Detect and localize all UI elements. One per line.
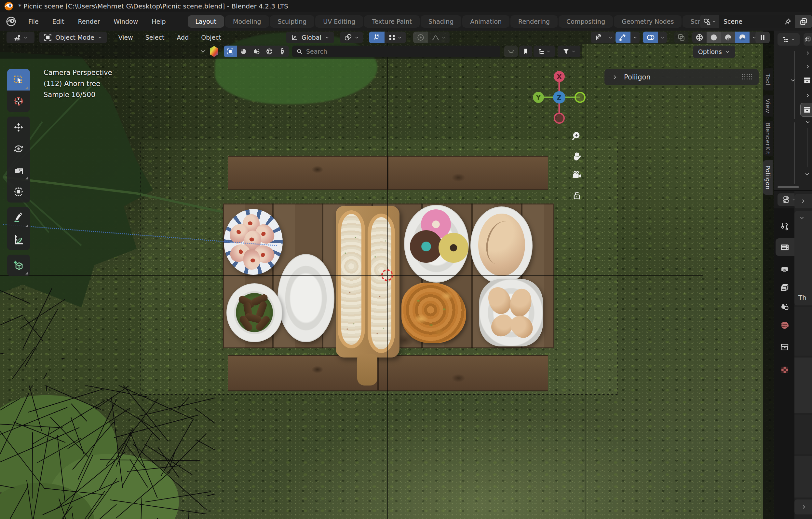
pivot-point-selector[interactable] bbox=[340, 32, 363, 43]
shading-material-button[interactable] bbox=[721, 32, 735, 43]
show-object-types-button[interactable] bbox=[591, 32, 606, 43]
sidebar-tab-blenderkit[interactable]: BlenderKit bbox=[763, 121, 773, 156]
workspace-tab-shading[interactable]: Shading bbox=[420, 15, 461, 28]
workspace-tab-texture-paint[interactable]: Texture Paint bbox=[364, 15, 420, 28]
panel-block[interactable] bbox=[794, 456, 812, 497]
menu-file[interactable]: File bbox=[22, 16, 46, 27]
asset-type-hdr-button[interactable] bbox=[263, 46, 276, 57]
search-input[interactable] bbox=[306, 48, 496, 55]
menu-add[interactable]: Add bbox=[171, 34, 195, 41]
tool-transform[interactable] bbox=[7, 181, 30, 202]
menu-render[interactable]: Render bbox=[71, 16, 107, 27]
proportional-falloff[interactable] bbox=[428, 32, 450, 43]
collection-icon[interactable] bbox=[802, 76, 812, 85]
sidebar-tab-view[interactable]: View bbox=[763, 95, 773, 116]
tool-annotate[interactable] bbox=[7, 207, 30, 228]
snap-settings[interactable] bbox=[384, 32, 406, 43]
outliner-expand-icon[interactable] bbox=[805, 50, 811, 56]
pause-render-button[interactable] bbox=[755, 32, 770, 43]
sidebar-tab-poliigon[interactable]: Poliigon bbox=[763, 160, 773, 195]
filter-button[interactable] bbox=[558, 46, 580, 57]
shading-solid-button[interactable] bbox=[706, 32, 721, 43]
workspace-tab-modeling[interactable]: Modeling bbox=[225, 15, 269, 28]
menu-object[interactable]: Object bbox=[195, 34, 227, 41]
xray-toggle[interactable] bbox=[674, 32, 688, 43]
scene-browse-button[interactable] bbox=[700, 15, 719, 28]
scene-pin-button[interactable] bbox=[781, 15, 795, 28]
workspace-tab-rendering[interactable]: Rendering bbox=[511, 15, 558, 28]
panel-drag-handle[interactable] bbox=[742, 74, 753, 81]
navigation-gizmo[interactable]: X Y Z bbox=[530, 69, 588, 126]
display-mode-button[interactable] bbox=[533, 46, 555, 57]
tool-scale[interactable] bbox=[7, 160, 30, 181]
properties-tab-collection[interactable] bbox=[779, 341, 790, 353]
lock-view-button[interactable] bbox=[570, 189, 583, 202]
asset-type-scene-button[interactable] bbox=[250, 46, 263, 57]
workspace-tab-animation[interactable]: Animation bbox=[462, 15, 510, 28]
tool-rotate[interactable] bbox=[7, 138, 30, 160]
asset-bar-collapse-icon[interactable] bbox=[200, 48, 206, 55]
bookmarks-button[interactable] bbox=[519, 46, 532, 57]
gizmos-dropdown[interactable] bbox=[631, 32, 640, 43]
outliner-scrollbar[interactable] bbox=[778, 186, 799, 188]
zoom-view-button[interactable] bbox=[570, 130, 583, 143]
workspace-tab-compositing[interactable]: Compositing bbox=[558, 15, 613, 28]
gizmos-toggle[interactable] bbox=[615, 32, 631, 43]
asset-type-model-button[interactable] bbox=[224, 46, 237, 57]
new-scene-button[interactable] bbox=[795, 15, 812, 28]
asset-type-brush-button[interactable] bbox=[276, 46, 289, 57]
panel-block[interactable]: Th bbox=[794, 211, 812, 305]
outliner-collapse-icon[interactable] bbox=[790, 78, 796, 83]
pan-view-button[interactable] bbox=[570, 150, 583, 163]
tool-cursor[interactable] bbox=[7, 90, 30, 112]
gizmo-axis-x-neg[interactable] bbox=[554, 113, 564, 123]
workspace-tab-sculpting[interactable]: Sculpting bbox=[270, 15, 315, 28]
outliner-collapse-icon[interactable] bbox=[804, 171, 810, 177]
tool-measure[interactable] bbox=[7, 228, 30, 250]
free-assets-toggle[interactable] bbox=[504, 46, 518, 57]
overlays-toggle[interactable] bbox=[643, 32, 658, 43]
viewport-3d[interactable]: Object Mode View Select Add Object Globa… bbox=[0, 31, 774, 519]
blenderkit-logo-icon[interactable] bbox=[209, 46, 219, 57]
outliner-expand-icon[interactable] bbox=[805, 64, 811, 70]
workspace-tab-uv-editing[interactable]: UV Editing bbox=[315, 15, 363, 28]
panel-header-collapsed[interactable] bbox=[794, 194, 812, 209]
panel-block[interactable] bbox=[794, 415, 812, 454]
properties-tab-tool[interactable] bbox=[779, 221, 790, 233]
camera-view-button[interactable] bbox=[570, 169, 583, 182]
active-collection-highlight[interactable] bbox=[800, 103, 812, 116]
properties-tab-texture[interactable] bbox=[779, 364, 790, 376]
overlays-dropdown[interactable] bbox=[658, 32, 667, 43]
menu-window[interactable]: Window bbox=[107, 16, 145, 27]
blender-menu-icon[interactable] bbox=[5, 16, 17, 27]
panel-block[interactable] bbox=[794, 357, 812, 413]
shading-rendered-button[interactable] bbox=[735, 32, 750, 43]
gizmo-axis-y-neg[interactable] bbox=[575, 92, 585, 102]
outliner-collapse-icon[interactable] bbox=[805, 119, 811, 125]
outliner-expand-icon[interactable] bbox=[805, 92, 811, 98]
properties-tab-scene[interactable] bbox=[779, 301, 790, 312]
properties-tab-render[interactable] bbox=[779, 241, 790, 253]
mode-selector[interactable]: Object Mode bbox=[39, 32, 107, 43]
outliner-display-mode-button[interactable] bbox=[778, 33, 800, 46]
properties-tab-view-layer[interactable] bbox=[779, 282, 790, 294]
scene-name-field[interactable]: Scene bbox=[719, 15, 781, 28]
sidebar-tab-tool[interactable]: Tool bbox=[763, 69, 773, 90]
menu-edit[interactable]: Edit bbox=[46, 16, 71, 27]
menu-select[interactable]: Select bbox=[139, 34, 171, 41]
proportional-edit-toggle[interactable] bbox=[413, 32, 428, 43]
panel-block[interactable] bbox=[794, 307, 812, 356]
editor-type-button[interactable] bbox=[6, 32, 34, 43]
tool-add-cube[interactable] bbox=[7, 255, 30, 276]
workspace-tab-geometry-nodes[interactable]: Geometry Nodes bbox=[614, 15, 682, 28]
panel-header-collapsed[interactable] bbox=[794, 499, 812, 514]
menu-view[interactable]: View bbox=[112, 34, 139, 41]
tool-move[interactable] bbox=[7, 116, 30, 138]
properties-tab-output[interactable] bbox=[779, 263, 790, 275]
shading-wireframe-button[interactable] bbox=[692, 32, 706, 43]
menu-help[interactable]: Help bbox=[145, 16, 172, 27]
workspace-tab-layout[interactable]: Layout bbox=[188, 15, 225, 28]
transform-orientation-selector[interactable]: Global bbox=[286, 32, 334, 43]
asset-type-material-button[interactable] bbox=[237, 46, 250, 57]
properties-tab-world[interactable] bbox=[779, 320, 790, 331]
